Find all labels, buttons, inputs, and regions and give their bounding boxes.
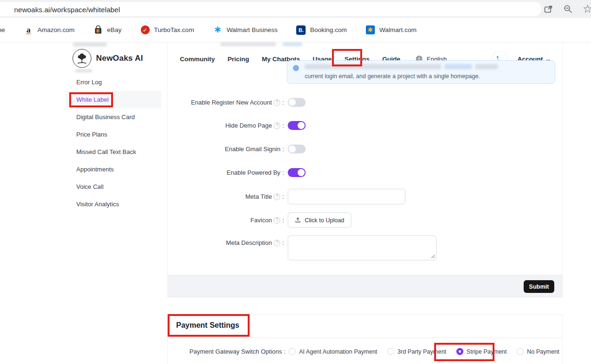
enable-gmail-signin-toggle[interactable] (288, 145, 306, 154)
form-row-enable-register-new-account: Enable Register New Account?: (168, 98, 562, 107)
help-icon[interactable]: ? (274, 240, 280, 246)
payment-option-3rd-party-payment[interactable]: 3rd Party Payment (387, 348, 446, 355)
payment-option-label: AI Agent Automation Payment (299, 348, 377, 355)
payment-settings-title: Payment Settings (176, 321, 239, 330)
payment-option-no-payment[interactable]: No Payment (517, 348, 559, 355)
bookmark-label: TurboTax.com (154, 26, 194, 33)
help-icon[interactable]: ? (274, 122, 280, 129)
form-row-enable-gmail-signin: Enable Gmail Signin: (168, 145, 562, 154)
label-text: Enable Gmail Signin (225, 146, 281, 153)
bookmark-walmart-business-spark[interactable]: ✱Walmart Business (213, 25, 277, 35)
url-text: newoaks.ai/workspace/whitelabel (14, 6, 120, 14)
payment-option-label: No Payment (527, 348, 559, 355)
sidebar: NewOaks AI Error LogWhite LabelDigital B… (66, 42, 161, 364)
payment-option-label: 3rd Party Payment (397, 348, 446, 355)
meta-description-textarea[interactable] (288, 235, 437, 260)
toggle-knob (289, 146, 296, 153)
radio-stripe-payment[interactable] (456, 348, 463, 355)
submit-button[interactable]: Submit (524, 280, 554, 293)
info-banner: current login email, and generate a proj… (287, 60, 555, 84)
brand-name: NewOaks AI (96, 54, 143, 63)
sidebar-item-white-label[interactable]: White Label (66, 91, 161, 108)
toggle-knob (298, 122, 305, 129)
screenshot-root: newoaks.ai/workspace/whitelabel ☆ ubeaAm… (0, 0, 591, 364)
ebay-bag-icon (93, 25, 103, 35)
enable-register-new-account-toggle[interactable] (288, 98, 306, 107)
label-text: Enable Register New Account (191, 99, 272, 106)
field-label-enable-register-new-account: Enable Register New Account?: (168, 99, 284, 106)
payment-option-ai-agent-automation-payment[interactable]: AI Agent Automation Payment (289, 348, 377, 355)
redacted-text (305, 64, 441, 69)
sidebar-item-digital-business-card[interactable]: Digital Business Card (66, 108, 161, 126)
label-colon: : (282, 99, 284, 106)
label-colon: : (282, 193, 284, 200)
field-label-meta-description: Meta Description?: (168, 235, 284, 246)
sidebar-item-error-log[interactable]: Error Log (66, 73, 161, 91)
redacted-text (75, 69, 92, 73)
share-icon[interactable] (543, 4, 553, 14)
radio-3rd-party-payment[interactable] (387, 348, 394, 355)
payment-gateway-label: Payment Gateway Switch Options : (168, 348, 285, 355)
label-text: Meta Title (245, 193, 272, 200)
bookmark-booking[interactable]: B.Booking.com (296, 25, 347, 35)
bookmark-ebay[interactable]: eBay (93, 25, 121, 35)
bookmark-label: eBay (107, 26, 121, 33)
payment-settings-panel: Payment Settings Payment Gateway Switch … (167, 315, 563, 364)
sidebar-item-voice-call[interactable]: Voice Call (66, 178, 161, 195)
payment-gateway-row: Payment Gateway Switch Options : AI Agen… (168, 348, 562, 355)
field-label-hide-demo-page: Hide Demo Page?: (168, 122, 284, 129)
info-icon (293, 65, 299, 71)
field-label-enable-gmail-signin: Enable Gmail Signin: (168, 146, 284, 153)
sidebar-item-label: Missed Call Text Back (76, 148, 136, 155)
sidebar-item-label: Voice Call (76, 183, 104, 190)
label-text: Meta Description (226, 239, 272, 246)
sidebar-menu: Error LogWhite LabelDigital Business Car… (66, 73, 161, 213)
label-text: Favicon (251, 217, 272, 224)
field-label-enable-powered-by: Enable Powered By: (168, 169, 284, 176)
label-text: Enable Powered By (227, 169, 280, 176)
zoom-out-icon[interactable] (563, 4, 573, 14)
bookmark-walmart[interactable]: ✱Walmart.com (365, 25, 416, 35)
help-icon[interactable]: ? (274, 99, 280, 106)
redacted-text (220, 42, 276, 46)
sidebar-item-label: Digital Business Card (76, 113, 135, 121)
app-content: NewOaks AI Error LogWhite LabelDigital B… (0, 42, 591, 364)
toggle-knob (289, 99, 296, 106)
enable-powered-by-toggle[interactable] (288, 168, 306, 177)
bookmark-amazon[interactable]: aAmazon.com (24, 25, 75, 35)
tab-community[interactable]: Community (180, 56, 215, 63)
address-bar[interactable]: newoaks.ai/workspace/whitelabel (0, 2, 542, 16)
upload-icon (295, 217, 301, 223)
payment-option-stripe-payment[interactable]: Stripe Payment (456, 348, 507, 355)
bookmark-turbotax[interactable]: ✓TurboTax.com (140, 25, 194, 35)
walmart-spark-icon: ✱ (365, 25, 375, 35)
form-row-favicon: Favicon?:Click to Upload (168, 212, 562, 228)
walmart-business-spark-icon: ✱ (213, 25, 222, 35)
toggle-knob (298, 169, 305, 176)
sidebar-item-appointments[interactable]: Appointments (66, 161, 161, 178)
sidebar-item-price-plans[interactable]: Price Plans (66, 126, 161, 143)
bookmark-youtube-partial[interactable]: ube (0, 26, 5, 33)
newoaks-tree-logo-icon (73, 49, 91, 68)
favicon-upload-button[interactable]: Click to Upload (288, 212, 351, 228)
banner-text: current login email, and generate a proj… (305, 73, 480, 80)
hide-demo-page-toggle[interactable] (288, 121, 306, 130)
meta-title-input[interactable] (288, 189, 405, 204)
redacted-text (73, 42, 107, 47)
favorites-star-icon[interactable]: ☆ (583, 4, 591, 14)
radio-ai-agent-automation-payment[interactable] (289, 348, 296, 355)
help-icon[interactable]: ? (274, 194, 280, 200)
tab-pricing[interactable]: Pricing (227, 56, 249, 63)
help-icon[interactable]: ? (274, 217, 280, 224)
label-colon: : (282, 217, 284, 224)
sidebar-item-missed-call-text-back[interactable]: Missed Call Text Back (66, 143, 161, 161)
radio-no-payment[interactable] (517, 348, 524, 355)
form-row-enable-powered-by: Enable Powered By: (168, 168, 562, 177)
label-colon: : (282, 169, 284, 176)
amazon-smile-icon (25, 32, 32, 34)
settings-panel: CommunityPricingMy ChatbotsUsageSettings… (167, 42, 563, 298)
sidebar-item-visitor-analytics[interactable]: Visitor Analytics (66, 195, 161, 213)
redacted-link (445, 64, 472, 69)
field-label-favicon: Favicon?: (168, 217, 284, 224)
form-row-hide-demo-page: Hide Demo Page?: (168, 121, 562, 130)
